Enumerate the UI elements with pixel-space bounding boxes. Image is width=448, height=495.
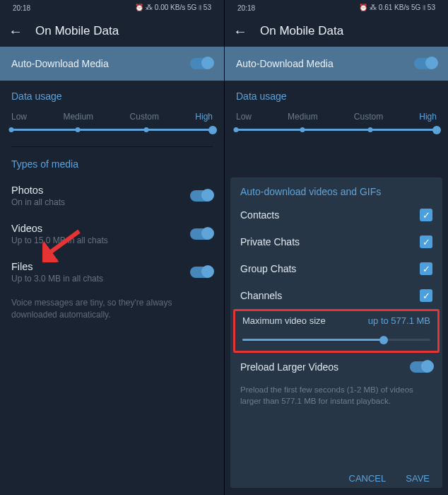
back-icon[interactable]: ←	[233, 23, 247, 40]
preload-toggle[interactable]	[410, 361, 432, 373]
contacts-row[interactable]: Contacts ✓	[230, 202, 442, 228]
usage-slider[interactable]	[236, 129, 437, 131]
status-indicators: ⏰ ⁂ 0.00 KB/s 5G ⫴ 53	[135, 4, 211, 12]
header: ← On Mobile Data	[0, 16, 224, 47]
banner-label: Auto-Download Media	[236, 58, 334, 69]
channels-checkbox[interactable]: ✓	[420, 289, 432, 302]
max-size-value: up to 577.1 MB	[368, 315, 430, 326]
cancel-button[interactable]: CANCEL	[349, 473, 387, 484]
header: ← On Mobile Data	[225, 16, 448, 47]
videos-row[interactable]: Videos Up to 15.0 MB in all chats	[0, 215, 224, 253]
data-usage-title: Data usage	[236, 91, 437, 102]
photos-row[interactable]: Photos On in all chats	[0, 177, 224, 215]
auto-download-banner[interactable]: Auto-Download Media	[225, 47, 448, 81]
auto-download-toggle[interactable]	[414, 58, 437, 69]
preload-note: Preload the first few seconds (1-2 MB) o…	[230, 380, 442, 411]
save-button[interactable]: SAVE	[406, 473, 430, 484]
private-chats-checkbox[interactable]: ✓	[420, 235, 432, 248]
usage-slider[interactable]	[11, 129, 213, 131]
banner-label: Auto-Download Media	[11, 58, 109, 69]
status-indicators: ⏰ ⁂ 0.61 KB/s 5G ⫴ 53	[359, 4, 435, 12]
max-size-label: Maximum video size	[242, 315, 326, 326]
files-toggle[interactable]	[190, 267, 213, 278]
photos-toggle[interactable]	[190, 190, 213, 202]
usage-levels: Low Medium Custom High	[236, 112, 437, 122]
page-title: On Mobile Data	[260, 24, 343, 38]
sheet-title: Auto-download videos and GIFs	[230, 186, 442, 202]
group-chats-row[interactable]: Group Chats ✓	[230, 255, 442, 282]
contacts-checkbox[interactable]: ✓	[420, 209, 432, 221]
types-title: Types of media	[11, 158, 213, 170]
highlight-annotation: Maximum video size up to 577.1 MB	[233, 309, 440, 353]
preload-row[interactable]: Preload Larger Videos	[230, 353, 442, 380]
data-usage-title: Data usage	[11, 91, 213, 102]
auto-download-sheet: Auto-download videos and GIFs Contacts ✓…	[230, 177, 442, 488]
back-icon[interactable]: ←	[8, 23, 23, 40]
videos-toggle[interactable]	[190, 228, 213, 240]
private-chats-row[interactable]: Private Chats ✓	[230, 228, 442, 255]
max-size-slider[interactable]	[242, 339, 430, 341]
status-bar: 20:18 ⏰ ⁂ 0.61 KB/s 5G ⫴ 53	[225, 0, 448, 16]
files-row[interactable]: Files Up to 3.0 MB in all chats	[0, 253, 224, 291]
voice-note: Voice messages are tiny, so they're alwa…	[0, 291, 224, 327]
auto-download-banner[interactable]: Auto-Download Media	[0, 47, 224, 81]
status-bar: 20:18 ⏰ ⁂ 0.00 KB/s 5G ⫴ 53	[0, 0, 224, 16]
status-time: 20:18	[237, 4, 255, 12]
status-time: 20:18	[13, 4, 30, 12]
page-title: On Mobile Data	[35, 24, 119, 38]
auto-download-toggle[interactable]	[190, 58, 213, 69]
group-chats-checkbox[interactable]: ✓	[420, 262, 432, 275]
channels-row[interactable]: Channels ✓	[230, 282, 442, 309]
usage-levels: Low Medium Custom High	[11, 112, 213, 122]
